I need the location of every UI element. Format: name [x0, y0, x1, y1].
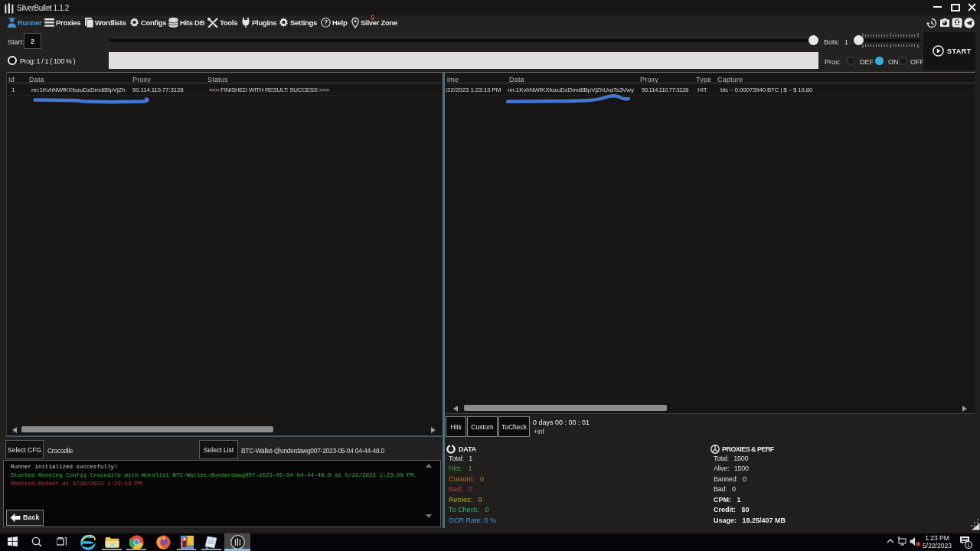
svg-text:?: ?: [324, 18, 328, 26]
svg-text:1: 1: [967, 543, 970, 548]
